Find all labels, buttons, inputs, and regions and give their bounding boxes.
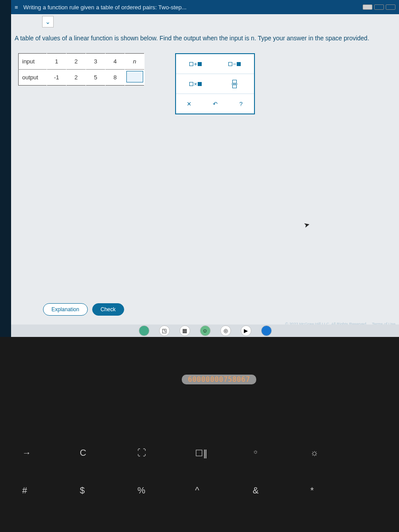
chevron-down-icon: ⌄ bbox=[45, 18, 51, 25]
close-icon: ✕ bbox=[187, 101, 192, 107]
input-label: input bbox=[19, 54, 47, 70]
answer-cell bbox=[125, 70, 145, 86]
menu-icon[interactable]: ≡ bbox=[15, 4, 18, 11]
shelf-contacts-icon[interactable]: ☺ bbox=[200, 325, 211, 336]
maximize-button[interactable] bbox=[374, 4, 384, 10]
chrome-shelf: ◳ ▦ ☺ ◎ ▶ bbox=[11, 325, 399, 337]
explanation-button[interactable]: Explanation bbox=[43, 303, 88, 316]
tool-subtract[interactable]: − bbox=[215, 54, 254, 74]
input-cell: 1 bbox=[47, 54, 66, 70]
tool-fraction[interactable] bbox=[215, 74, 254, 94]
key-dollar: $ bbox=[80, 485, 85, 496]
app-screen: ≡ Writing a function rule given a table … bbox=[11, 0, 399, 337]
fraction-icon bbox=[231, 80, 238, 88]
key-star: * bbox=[310, 485, 314, 496]
output-cell: 8 bbox=[106, 70, 125, 86]
action-buttons: Explanation Check bbox=[43, 303, 124, 316]
tool-clear[interactable]: ✕ bbox=[176, 94, 202, 113]
shelf-chrome-icon[interactable]: ◎ bbox=[220, 325, 231, 336]
check-button[interactable]: Check bbox=[92, 303, 124, 316]
close-button[interactable] bbox=[386, 4, 395, 10]
key-arrow: → bbox=[22, 448, 31, 458]
key-windows: ☐‖ bbox=[195, 448, 207, 458]
output-cell: -1 bbox=[47, 70, 66, 86]
key-refresh: C bbox=[80, 448, 86, 458]
tool-help[interactable]: ? bbox=[228, 94, 254, 113]
device-id-badge: 60000000758067 bbox=[182, 375, 256, 384]
titlebar: ≡ Writing a function rule given a table … bbox=[11, 0, 399, 14]
key-brightdown: ☼ bbox=[253, 448, 258, 455]
collapse-toggle[interactable]: ⌄ bbox=[42, 16, 54, 27]
tool-multiply[interactable]: × bbox=[176, 74, 215, 94]
input-cell-n: n bbox=[125, 54, 145, 70]
title-text: Writing a function rule given a table of… bbox=[23, 4, 187, 11]
table-row: output -1 2 5 8 bbox=[19, 70, 145, 86]
cursor-icon: ➤ bbox=[303, 220, 310, 230]
window-controls bbox=[363, 4, 395, 10]
key-amp: & bbox=[253, 485, 258, 496]
answer-input[interactable] bbox=[126, 71, 143, 82]
shelf-play-icon[interactable]: ▶ bbox=[241, 325, 251, 336]
help-icon: ? bbox=[239, 101, 243, 107]
input-cell: 2 bbox=[66, 54, 86, 70]
tool-add[interactable]: + bbox=[176, 54, 215, 74]
key-fullscreen: ⛶ bbox=[137, 448, 146, 458]
input-cell: 3 bbox=[86, 54, 106, 70]
tool-undo[interactable]: ↶ bbox=[202, 94, 228, 113]
table-row: input 1 2 3 4 n bbox=[19, 54, 145, 70]
shelf-docs-icon[interactable] bbox=[139, 325, 149, 336]
shelf-app-icon[interactable] bbox=[261, 325, 272, 336]
output-label: output bbox=[19, 70, 47, 86]
shelf-drive-icon[interactable]: ◳ bbox=[159, 325, 170, 336]
math-toolbox: + − × ✕ ↶ ? bbox=[175, 53, 255, 114]
undo-icon: ↶ bbox=[213, 101, 218, 107]
output-cell: 2 bbox=[66, 70, 86, 86]
key-caret: ^ bbox=[195, 485, 199, 496]
function-table: input 1 2 3 4 n output -1 2 5 8 bbox=[18, 53, 145, 86]
key-percent: % bbox=[137, 485, 145, 496]
minimize-button[interactable] bbox=[363, 4, 372, 10]
shelf-sheets-icon[interactable]: ▦ bbox=[180, 325, 190, 336]
key-hash: # bbox=[22, 485, 27, 496]
question-prompt: A table of values of a linear function i… bbox=[15, 35, 395, 42]
output-cell: 5 bbox=[86, 70, 106, 86]
input-cell: 4 bbox=[106, 54, 125, 70]
key-brightup: ☼ bbox=[310, 448, 318, 458]
